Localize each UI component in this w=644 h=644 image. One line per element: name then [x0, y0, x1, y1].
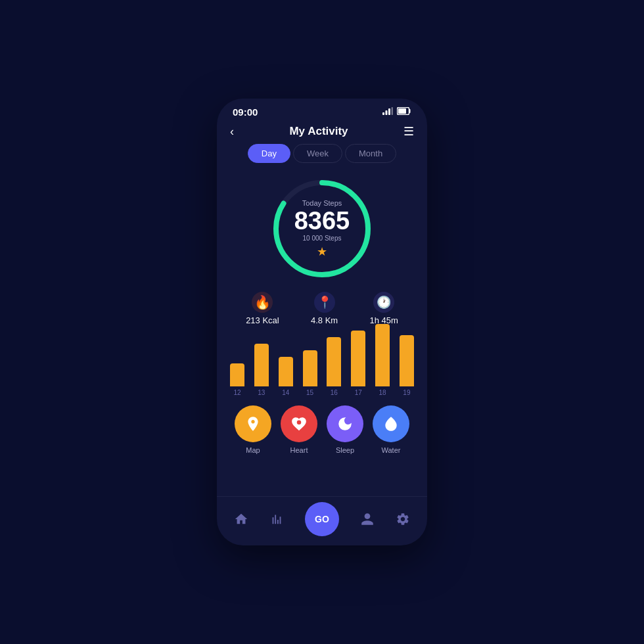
svg-rect-5: [398, 108, 406, 114]
kcal-value: 213 Kcal: [246, 315, 279, 325]
nav-settings[interactable]: [396, 512, 410, 526]
menu-button[interactable]: ☰: [403, 124, 414, 139]
status-bar: 09:00: [217, 99, 427, 122]
bar-label-17: 17: [355, 389, 362, 396]
bar-16: 16: [327, 337, 341, 396]
action-sleep[interactable]: Sleep: [327, 405, 363, 454]
status-time: 09:00: [233, 106, 258, 118]
bar-value-12: [230, 363, 244, 386]
location-icon: 📍: [314, 292, 335, 313]
heart-icon-circle: [281, 405, 317, 442]
go-button[interactable]: GO: [305, 502, 339, 536]
header: ‹ My Activity ☰: [217, 122, 427, 144]
bar-13: 13: [254, 344, 269, 396]
bar-label-18: 18: [379, 389, 386, 396]
fire-icon: 🔥: [252, 292, 273, 313]
steps-label: Today Steps: [302, 199, 342, 207]
steps-count: 8365: [294, 208, 350, 233]
steps-circle: Today Steps 8365 10 000 Steps ★: [269, 176, 375, 281]
bar-label-16: 16: [331, 389, 338, 396]
tab-month[interactable]: Month: [345, 144, 396, 163]
km-value: 4.8 Km: [311, 315, 338, 325]
bar-value-14: [279, 357, 293, 386]
battery-icon: [397, 107, 411, 117]
bar-value-19: [400, 335, 414, 386]
chart-section: 12 13 14 15 16 17: [217, 331, 427, 400]
sleep-label: Sleep: [336, 446, 354, 454]
stat-kcal: 🔥 213 Kcal: [246, 292, 279, 325]
quick-actions: Map Heart Sleep: [217, 400, 427, 458]
stat-km: 📍 4.8 Km: [311, 292, 338, 325]
bar-label-12: 12: [233, 389, 241, 396]
bar-value-17: [351, 331, 365, 386]
tabs-container: Day Week Month: [217, 144, 427, 170]
stat-time: 🕐 1h 45m: [369, 292, 398, 325]
bar-label-19: 19: [403, 389, 410, 396]
action-map[interactable]: Map: [235, 405, 271, 454]
steps-inner: Today Steps 8365 10 000 Steps ★: [269, 176, 375, 281]
status-icons: [382, 107, 411, 117]
clock-icon: 🕐: [373, 292, 394, 313]
bottom-nav: GO: [217, 496, 427, 545]
nav-home[interactable]: [234, 512, 248, 526]
water-icon-circle: [373, 405, 409, 442]
steps-section: Today Steps 8365 10 000 Steps ★: [217, 170, 427, 285]
bar-value-13: [254, 344, 269, 386]
action-heart[interactable]: Heart: [281, 405, 317, 454]
star-icon: ★: [317, 244, 327, 259]
tab-day[interactable]: Day: [248, 144, 290, 163]
svg-rect-3: [392, 107, 394, 115]
bar-18: 18: [375, 324, 390, 396]
bar-label-13: 13: [258, 389, 265, 396]
bar-value-18: [375, 324, 390, 386]
sleep-icon-circle: [327, 405, 363, 442]
bar-14: 14: [279, 357, 293, 396]
tab-week[interactable]: Week: [293, 144, 342, 163]
back-button[interactable]: ‹: [230, 125, 234, 139]
bar-value-15: [303, 350, 317, 386]
signal-icon: [382, 107, 393, 117]
page-title: My Activity: [289, 125, 348, 138]
bar-label-15: 15: [306, 389, 313, 396]
svg-rect-2: [388, 108, 390, 115]
map-icon-circle: [235, 405, 271, 442]
svg-point-8: [297, 421, 302, 425]
stats-row: 🔥 213 Kcal 📍 4.8 Km 🕐 1h 45m: [217, 285, 427, 331]
nav-profile[interactable]: [360, 512, 375, 526]
map-label: Map: [246, 446, 260, 454]
bar-12: 12: [230, 363, 244, 396]
nav-stats[interactable]: [269, 512, 284, 526]
water-label: Water: [382, 446, 401, 454]
svg-rect-1: [386, 110, 388, 115]
bar-chart: 12 13 14 15 16 17: [230, 333, 414, 399]
heart-label: Heart: [290, 446, 308, 454]
bar-value-16: [327, 337, 341, 386]
svg-rect-0: [382, 112, 384, 115]
bar-label-14: 14: [282, 389, 289, 396]
bar-19: 19: [400, 335, 414, 396]
bar-17: 17: [351, 331, 365, 396]
steps-goal: 10 000 Steps: [303, 235, 342, 242]
action-water[interactable]: Water: [373, 405, 409, 454]
phone-frame: 09:00 ‹ My Activity ☰: [217, 99, 427, 545]
bar-15: 15: [303, 350, 317, 396]
